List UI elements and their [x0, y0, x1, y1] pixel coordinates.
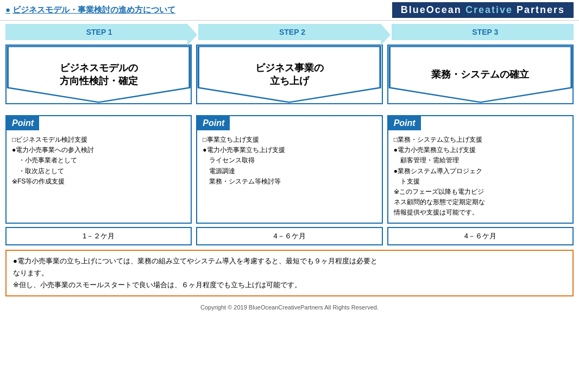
page-header: ビジネスモデル・事業検討の進め方について BlueOcean Creative … [0, 0, 579, 21]
col3-point-label: Point [388, 116, 421, 130]
col2-title: ビジネス事業の 立ち上げ [255, 61, 324, 87]
company-logo: BlueOcean Creative Partners [392, 2, 574, 18]
column-2: ビジネス事業の 立ち上げ Point □事業立ち上げ支援 ●電力小売事業立ち上げ… [196, 45, 382, 245]
col3-point-box: Point □業務・システム立ち上げ支援 ●電力小売業務立ち上げ支援 顧客管理・… [387, 115, 574, 224]
page-title[interactable]: ビジネスモデル・事業検討の進め方について [5, 5, 175, 15]
col2-point-label: Point [197, 116, 230, 130]
col3-duration: 4－６ケ月 [387, 227, 574, 245]
col3-point-content: □業務・システム立ち上げ支援 ●電力小売業務立ち上げ支援 顧客管理・需給管理 ●… [388, 130, 572, 223]
copyright: Copyright © 2019 BlueOceanCreativePartne… [0, 301, 579, 313]
column-3: 業務・システムの確立 Point □業務・システム立ち上げ支援 ●電力小売業務立… [387, 45, 574, 245]
col3-title-box: 業務・システムの確立 [387, 45, 574, 104]
logo-text-1: BlueOcean [401, 4, 462, 15]
col1-duration: 1－２ケ月 [5, 227, 192, 245]
step-3-label: STEP 3 [392, 24, 574, 40]
logo-text-2: Creative [465, 4, 513, 15]
steps-row: STEP 1 STEP 2 STEP 3 [0, 21, 579, 42]
col1-title: ビジネスモデルの 方向性検討・確定 [60, 61, 138, 87]
col1-point-label: Point [7, 116, 39, 130]
logo-text-3: Partners [517, 4, 565, 15]
bottom-notice: ●電力小売事業の立ち上げについては、業務の組み立てやシステム導入を考慮すると、最… [5, 250, 574, 296]
column-1: ビジネスモデルの 方向性検討・確定 Point □ビジネスモデル検討支援 ●電力… [5, 45, 192, 245]
col2-duration: 4－６ケ月 [196, 227, 382, 245]
col2-point-box: Point □事業立ち上げ支援 ●電力小売事業立ち上げ支援 ライセンス取得 電源… [196, 115, 382, 224]
col2-point-content: □事業立ち上げ支援 ●電力小売事業立ち上げ支援 ライセンス取得 電源調達 業務・… [197, 130, 381, 191]
col2-title-box: ビジネス事業の 立ち上げ [196, 45, 382, 104]
step-1-label: STEP 1 [5, 24, 187, 40]
bottom-notice-text: ●電力小売事業の立ち上げについては、業務の組み立てやシステム導入を考慮すると、最… [13, 257, 377, 289]
col1-point-box: Point □ビジネスモデル検討支援 ●電力小売事業への参入検討 ・小売事業者と… [5, 115, 192, 224]
col1-title-box: ビジネスモデルの 方向性検討・確定 [5, 45, 192, 104]
col3-title: 業務・システムの確立 [431, 68, 529, 81]
step-2-label: STEP 2 [198, 24, 380, 40]
content-area: ビジネスモデルの 方向性検討・確定 Point □ビジネスモデル検討支援 ●電力… [0, 42, 579, 245]
col1-point-content: □ビジネスモデル検討支援 ●電力小売事業への参入検討 ・小売事業者として ・取次… [7, 130, 191, 191]
